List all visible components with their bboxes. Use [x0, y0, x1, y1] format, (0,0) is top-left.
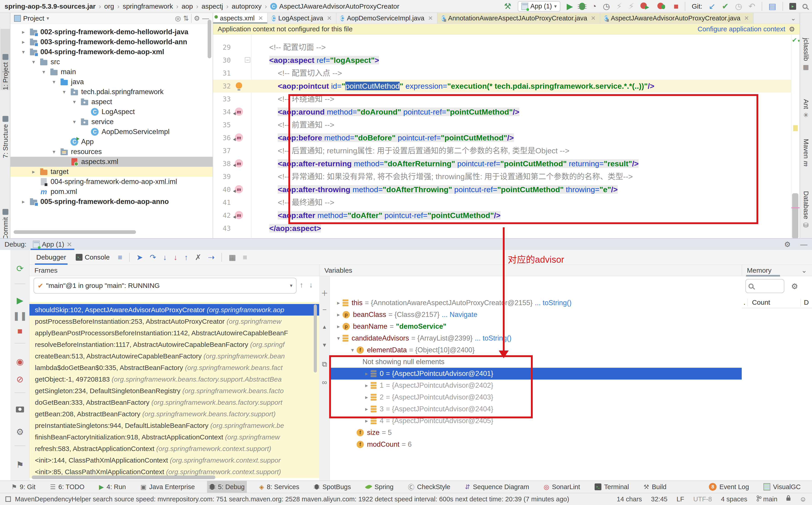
- breadcrumb-item[interactable]: AspectJAwareAdvisorAutoProxyCreator: [279, 2, 399, 10]
- line-number[interactable]: 41: [215, 196, 231, 209]
- tree-expanded-arrow-icon[interactable]: ▾: [71, 99, 78, 105]
- tree-item-004-spring-framework-demo-aop-xml-iml[interactable]: 004-spring-framework-demo-aop-xml.iml: [10, 177, 213, 187]
- memory-search-field[interactable]: [745, 279, 784, 293]
- stop-debug-icon[interactable]: ■: [10, 326, 29, 336]
- watches-glasses-icon[interactable]: ∞: [319, 378, 330, 386]
- toolwindow-button-java-enterprise[interactable]: ▣Java Enterprise: [138, 481, 197, 493]
- run-config-selector[interactable]: App (1)▾: [518, 1, 560, 12]
- project-title-chevron-icon[interactable]: ▾: [46, 15, 49, 21]
- close-icon[interactable]: ✕: [591, 15, 596, 22]
- drop-frame-icon[interactable]: ✗: [195, 253, 202, 262]
- code-viewport[interactable]: 29 <!-- 配置切面 -->30− <aop:aspect ref="log…: [213, 34, 791, 240]
- memory-tab[interactable]: Memory: [747, 267, 771, 274]
- tree-item-004-spring-framework-demo-aop-xml[interactable]: ▾004-spring-framework-demo-aop-xml: [10, 47, 213, 57]
- code-line[interactable]: <!-- 前置通知 -->: [252, 119, 334, 131]
- line-number[interactable]: 31: [215, 67, 231, 79]
- code-line[interactable]: <aop:around method="doAround" pointcut-r…: [252, 106, 519, 119]
- status-4-spaces[interactable]: 4 spaces: [721, 495, 747, 503]
- variable-link[interactable]: ... Navigate: [442, 311, 477, 319]
- tree-collapsed-arrow-icon[interactable]: ▸: [334, 323, 342, 330]
- advice-gutter-icon[interactable]: m: [235, 133, 243, 142]
- frame-row[interactable]: finishBeanFactoryInitialization:918, Abs…: [29, 431, 319, 443]
- project-structure-icon[interactable]: ▤: [769, 2, 776, 11]
- intention-bulb-icon[interactable]: [236, 82, 242, 89]
- close-icon[interactable]: ✕: [744, 15, 749, 22]
- frame-row[interactable]: preInstantiateSingletons:944, DefaultLis…: [29, 420, 319, 431]
- tree-collapsed-arrow-icon[interactable]: ▸: [30, 169, 37, 175]
- code-line[interactable]: <!-- 后置通知; returning属性: 用于设置后置通知的第二个参数的名…: [252, 144, 569, 157]
- toolwindow-button-sonarlint[interactable]: ◎SonarLint: [541, 481, 582, 493]
- pin-icon[interactable]: ⚑: [10, 460, 29, 470]
- close-icon[interactable]: ✕: [258, 15, 263, 22]
- tree-item-java[interactable]: ▾java: [10, 77, 213, 87]
- profiler-icon[interactable]: ◷: [603, 2, 610, 11]
- breadcrumb-item[interactable]: aop: [182, 2, 193, 10]
- fold-marker-icon[interactable]: −: [245, 57, 250, 62]
- collapse-all-icon[interactable]: ⇅: [183, 14, 189, 22]
- code-line[interactable]: <!-- 异常通知: 如果没有异常, 将不会执行增强; throwing属性: …: [252, 170, 633, 183]
- profile-running-icon[interactable]: ▶: [640, 2, 651, 10]
- tree-item-003-spring-framework-demo-helloworld-ann[interactable]: ▸003-spring-framework-demo-helloworld-an…: [10, 37, 213, 47]
- tree-expanded-arrow-icon[interactable]: ▾: [20, 49, 27, 55]
- frame-row[interactable]: postProcessBeforeInstantiation:253, Abst…: [29, 316, 319, 327]
- line-number[interactable]: 34: [215, 106, 231, 119]
- git-update-icon[interactable]: ↙: [709, 2, 716, 11]
- gear-icon[interactable]: ⚙: [784, 240, 791, 248]
- line-number[interactable]: 36: [215, 131, 231, 144]
- variable-row[interactable]: ▸0= {AspectJPointcutAdvisor@2401}: [330, 368, 742, 379]
- line-number[interactable]: 42: [215, 209, 231, 222]
- sidebar-tool-commit[interactable]: Commit: [0, 163, 10, 240]
- variable-row[interactable]: Not showing null elements: [330, 356, 742, 368]
- window-icon[interactable]: [5, 496, 11, 502]
- sidebar-tool-structure[interactable]: 7: Structure: [0, 104, 10, 158]
- tree-item-aspect[interactable]: ▾aspect: [10, 97, 213, 107]
- line-number[interactable]: 39: [215, 170, 231, 183]
- tool-maven[interactable]: Mavenm: [801, 139, 811, 167]
- frame-row[interactable]: getBean:208, AbstractBeanFactory (org.sp…: [29, 408, 319, 420]
- advice-gutter-icon[interactable]: m: [235, 185, 243, 193]
- variable-link[interactable]: ... toString(): [535, 299, 571, 307]
- move-up-icon[interactable]: ▲: [319, 324, 330, 330]
- toolwindow-button-sequence-diagram[interactable]: ⇵Sequence Diagram: [463, 481, 531, 493]
- hidden-tabs-chevron[interactable]: ⌄: [787, 13, 800, 24]
- line-number[interactable]: 35: [215, 119, 231, 131]
- memory-count-column[interactable]: Count: [747, 299, 801, 306]
- frame-row[interactable]: getObject:-1, 497208183 (org.springframe…: [29, 373, 319, 385]
- status-utf-8[interactable]: UTF-8: [693, 495, 712, 503]
- variable-row[interactable]: ▸this= {AnnotationAwareAspectJAutoProxyC…: [330, 297, 742, 309]
- tree-collapsed-arrow-icon[interactable]: ▸: [362, 382, 371, 389]
- breadcrumb-item[interactable]: org: [104, 2, 114, 10]
- duplicate-icon[interactable]: ⧉: [319, 360, 330, 368]
- toolwindow-button-visualgc[interactable]: VisualGC: [761, 481, 803, 493]
- layout-settings-icon[interactable]: ≡: [118, 253, 122, 262]
- frame-row[interactable]: applyBeanPostProcessorsBeforeInstantiati…: [29, 327, 319, 339]
- toolwindow-button-terminal[interactable]: >_Terminal: [592, 481, 631, 493]
- line-number[interactable]: 32: [215, 79, 231, 93]
- tree-collapsed-arrow-icon[interactable]: ▸: [362, 406, 371, 412]
- remove-watch-icon[interactable]: −: [319, 306, 330, 314]
- tree-collapsed-arrow-icon[interactable]: ▸: [362, 370, 371, 377]
- breadcrumb-item[interactable]: spring-aop-5.3.9-sources.jar: [5, 2, 96, 10]
- tree-collapsed-arrow-icon[interactable]: ▸: [334, 300, 342, 306]
- tree-expanded-arrow-icon[interactable]: ▾: [71, 119, 78, 125]
- pause-icon[interactable]: ❚❚: [10, 311, 29, 321]
- tree-expanded-arrow-icon[interactable]: ▾: [334, 335, 342, 341]
- toolwindow-button-5--debug[interactable]: 5: Debug: [207, 481, 247, 493]
- frame-row[interactable]: refresh:583, AbstractApplicationContext …: [29, 443, 319, 455]
- tab-console[interactable]: >_Console: [74, 250, 111, 265]
- status-14-chars[interactable]: 14 chars: [617, 495, 642, 503]
- build-hammer-icon[interactable]: ⚒: [504, 2, 511, 11]
- close-icon[interactable]: ✕: [66, 240, 72, 248]
- status-lf[interactable]: LF: [676, 495, 684, 503]
- tool-jclasslib[interactable]: jclasslib▦: [801, 38, 811, 71]
- tree-collapsed-arrow-icon[interactable]: ▸: [362, 417, 371, 424]
- lightning-bug-icon[interactable]: ⚡: [628, 2, 634, 11]
- horizontal-scrollbar[interactable]: [14, 230, 136, 234]
- tree-item-service[interactable]: ▾service: [10, 117, 213, 127]
- history-icon[interactable]: ◷: [735, 2, 742, 11]
- run-icon[interactable]: ▶: [567, 2, 573, 11]
- attach-debugger-icon[interactable]: [657, 3, 667, 10]
- tree-collapsed-arrow-icon[interactable]: ▸: [20, 29, 27, 35]
- code-line[interactable]: <!-- 环绕通知 -->: [252, 93, 334, 106]
- tree-collapsed-arrow-icon[interactable]: ▸: [334, 312, 342, 318]
